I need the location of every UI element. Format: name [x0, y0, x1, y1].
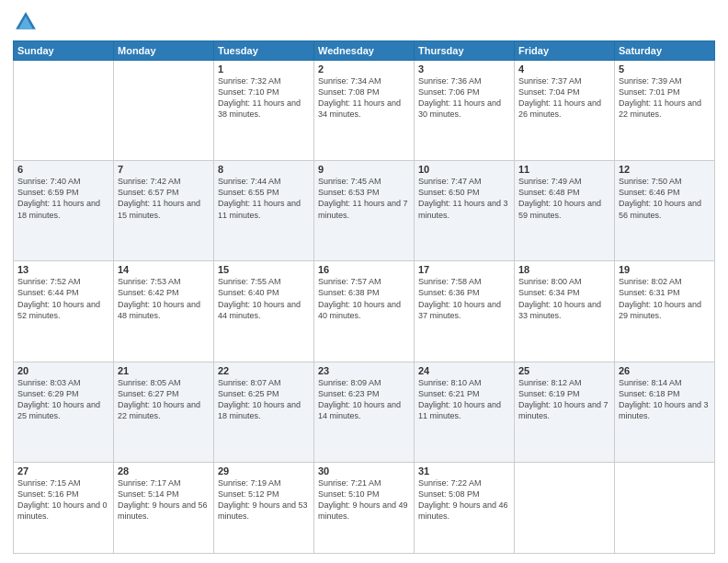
calendar-cell: 4Sunrise: 7:37 AM Sunset: 7:04 PM Daylig… — [515, 61, 615, 161]
day-number: 6 — [17, 164, 109, 175]
calendar-cell: 18Sunrise: 8:00 AM Sunset: 6:34 PM Dayli… — [515, 261, 615, 362]
weekday-header-wednesday: Wednesday — [314, 41, 415, 61]
calendar-cell — [615, 462, 715, 553]
weekday-header-row: SundayMondayTuesdayWednesdayThursdayFrid… — [14, 41, 715, 61]
weekday-header-tuesday: Tuesday — [214, 41, 314, 61]
calendar-cell: 22Sunrise: 8:07 AM Sunset: 6:25 PM Dayli… — [214, 362, 314, 462]
weekday-header-sunday: Sunday — [14, 41, 114, 61]
day-info: Sunrise: 8:07 AM Sunset: 6:25 PM Dayligh… — [218, 377, 310, 422]
week-row-1: 1Sunrise: 7:32 AM Sunset: 7:10 PM Daylig… — [14, 61, 715, 161]
calendar-cell: 19Sunrise: 8:02 AM Sunset: 6:31 PM Dayli… — [615, 261, 715, 362]
day-number: 16 — [318, 264, 410, 275]
day-number: 31 — [418, 465, 510, 477]
day-info: Sunrise: 8:03 AM Sunset: 6:29 PM Dayligh… — [17, 377, 109, 422]
day-number: 9 — [318, 164, 410, 175]
calendar-cell: 29Sunrise: 7:19 AM Sunset: 5:12 PM Dayli… — [214, 462, 314, 553]
calendar-cell — [14, 61, 114, 161]
day-number: 18 — [518, 264, 610, 275]
calendar-table: SundayMondayTuesdayWednesdayThursdayFrid… — [13, 40, 715, 554]
calendar-cell — [114, 61, 214, 161]
day-number: 24 — [418, 365, 510, 376]
week-row-4: 20Sunrise: 8:03 AM Sunset: 6:29 PM Dayli… — [14, 362, 715, 462]
page: SundayMondayTuesdayWednesdayThursdayFrid… — [0, 0, 728, 563]
day-info: Sunrise: 8:00 AM Sunset: 6:34 PM Dayligh… — [518, 276, 610, 321]
day-info: Sunrise: 7:45 AM Sunset: 6:53 PM Dayligh… — [318, 176, 410, 221]
day-number: 29 — [218, 465, 310, 477]
calendar-cell: 20Sunrise: 8:03 AM Sunset: 6:29 PM Dayli… — [14, 362, 114, 462]
calendar-cell: 21Sunrise: 8:05 AM Sunset: 6:27 PM Dayli… — [114, 362, 214, 462]
calendar-cell: 31Sunrise: 7:22 AM Sunset: 5:08 PM Dayli… — [415, 462, 515, 553]
day-number: 17 — [418, 264, 510, 275]
day-info: Sunrise: 7:57 AM Sunset: 6:38 PM Dayligh… — [318, 276, 410, 321]
day-number: 10 — [418, 164, 510, 175]
day-number: 28 — [118, 465, 210, 477]
day-number: 5 — [619, 63, 711, 75]
day-number: 8 — [218, 164, 310, 175]
day-number: 7 — [118, 164, 210, 175]
calendar-cell — [515, 462, 615, 553]
day-info: Sunrise: 8:14 AM Sunset: 6:18 PM Dayligh… — [619, 377, 711, 422]
day-number: 1 — [218, 63, 310, 75]
day-info: Sunrise: 8:02 AM Sunset: 6:31 PM Dayligh… — [619, 276, 711, 321]
day-number: 11 — [518, 164, 610, 175]
day-info: Sunrise: 7:15 AM Sunset: 5:16 PM Dayligh… — [17, 477, 109, 523]
day-number: 22 — [218, 365, 310, 376]
calendar-cell: 23Sunrise: 8:09 AM Sunset: 6:23 PM Dayli… — [314, 362, 415, 462]
day-info: Sunrise: 7:36 AM Sunset: 7:06 PM Dayligh… — [418, 75, 510, 121]
day-info: Sunrise: 7:22 AM Sunset: 5:08 PM Dayligh… — [418, 477, 510, 523]
day-info: Sunrise: 7:21 AM Sunset: 5:10 PM Dayligh… — [318, 477, 410, 523]
day-info: Sunrise: 7:32 AM Sunset: 7:10 PM Dayligh… — [218, 75, 310, 121]
calendar-cell: 14Sunrise: 7:53 AM Sunset: 6:42 PM Dayli… — [114, 261, 214, 362]
day-info: Sunrise: 7:55 AM Sunset: 6:40 PM Dayligh… — [218, 276, 310, 321]
day-number: 20 — [17, 365, 109, 376]
calendar-cell: 8Sunrise: 7:44 AM Sunset: 6:55 PM Daylig… — [214, 161, 314, 261]
day-number: 3 — [418, 63, 510, 75]
day-number: 15 — [218, 264, 310, 275]
day-info: Sunrise: 7:17 AM Sunset: 5:14 PM Dayligh… — [118, 477, 210, 523]
calendar-cell: 15Sunrise: 7:55 AM Sunset: 6:40 PM Dayli… — [214, 261, 314, 362]
logo-icon — [13, 9, 39, 35]
calendar-cell: 12Sunrise: 7:50 AM Sunset: 6:46 PM Dayli… — [615, 161, 715, 261]
day-info: Sunrise: 7:42 AM Sunset: 6:57 PM Dayligh… — [118, 176, 210, 221]
calendar-cell: 24Sunrise: 8:10 AM Sunset: 6:21 PM Dayli… — [415, 362, 515, 462]
weekday-header-friday: Friday — [515, 41, 615, 61]
calendar-cell: 16Sunrise: 7:57 AM Sunset: 6:38 PM Dayli… — [314, 261, 415, 362]
day-info: Sunrise: 7:34 AM Sunset: 7:08 PM Dayligh… — [318, 75, 410, 121]
day-info: Sunrise: 7:58 AM Sunset: 6:36 PM Dayligh… — [418, 276, 510, 321]
calendar-cell: 9Sunrise: 7:45 AM Sunset: 6:53 PM Daylig… — [314, 161, 415, 261]
day-info: Sunrise: 8:05 AM Sunset: 6:27 PM Dayligh… — [118, 377, 210, 422]
day-number: 14 — [118, 264, 210, 275]
day-info: Sunrise: 7:19 AM Sunset: 5:12 PM Dayligh… — [218, 477, 310, 523]
day-info: Sunrise: 7:53 AM Sunset: 6:42 PM Dayligh… — [118, 276, 210, 321]
day-info: Sunrise: 7:40 AM Sunset: 6:59 PM Dayligh… — [17, 176, 109, 221]
day-number: 4 — [518, 63, 610, 75]
day-number: 13 — [17, 264, 109, 275]
day-number: 30 — [318, 465, 410, 477]
calendar-cell: 2Sunrise: 7:34 AM Sunset: 7:08 PM Daylig… — [314, 61, 415, 161]
day-info: Sunrise: 7:39 AM Sunset: 7:01 PM Dayligh… — [619, 75, 711, 121]
day-info: Sunrise: 7:47 AM Sunset: 6:50 PM Dayligh… — [418, 176, 510, 221]
day-number: 27 — [17, 465, 109, 477]
calendar-cell: 25Sunrise: 8:12 AM Sunset: 6:19 PM Dayli… — [515, 362, 615, 462]
calendar-cell: 13Sunrise: 7:52 AM Sunset: 6:44 PM Dayli… — [14, 261, 114, 362]
day-number: 19 — [619, 264, 711, 275]
day-info: Sunrise: 7:52 AM Sunset: 6:44 PM Dayligh… — [17, 276, 109, 321]
weekday-header-monday: Monday — [114, 41, 214, 61]
day-info: Sunrise: 7:44 AM Sunset: 6:55 PM Dayligh… — [218, 176, 310, 221]
weekday-header-thursday: Thursday — [415, 41, 515, 61]
day-number: 12 — [619, 164, 711, 175]
day-info: Sunrise: 7:50 AM Sunset: 6:46 PM Dayligh… — [619, 176, 711, 221]
day-info: Sunrise: 8:12 AM Sunset: 6:19 PM Dayligh… — [518, 377, 610, 422]
day-info: Sunrise: 7:37 AM Sunset: 7:04 PM Dayligh… — [518, 75, 610, 121]
day-number: 2 — [318, 63, 410, 75]
weekday-header-saturday: Saturday — [615, 41, 715, 61]
week-row-3: 13Sunrise: 7:52 AM Sunset: 6:44 PM Dayli… — [14, 261, 715, 362]
calendar-cell: 28Sunrise: 7:17 AM Sunset: 5:14 PM Dayli… — [114, 462, 214, 553]
calendar-cell: 11Sunrise: 7:49 AM Sunset: 6:48 PM Dayli… — [515, 161, 615, 261]
calendar-cell: 5Sunrise: 7:39 AM Sunset: 7:01 PM Daylig… — [615, 61, 715, 161]
day-number: 26 — [619, 365, 711, 376]
day-number: 21 — [118, 365, 210, 376]
logo — [13, 9, 42, 35]
calendar-cell: 7Sunrise: 7:42 AM Sunset: 6:57 PM Daylig… — [114, 161, 214, 261]
calendar-cell: 27Sunrise: 7:15 AM Sunset: 5:16 PM Dayli… — [14, 462, 114, 553]
